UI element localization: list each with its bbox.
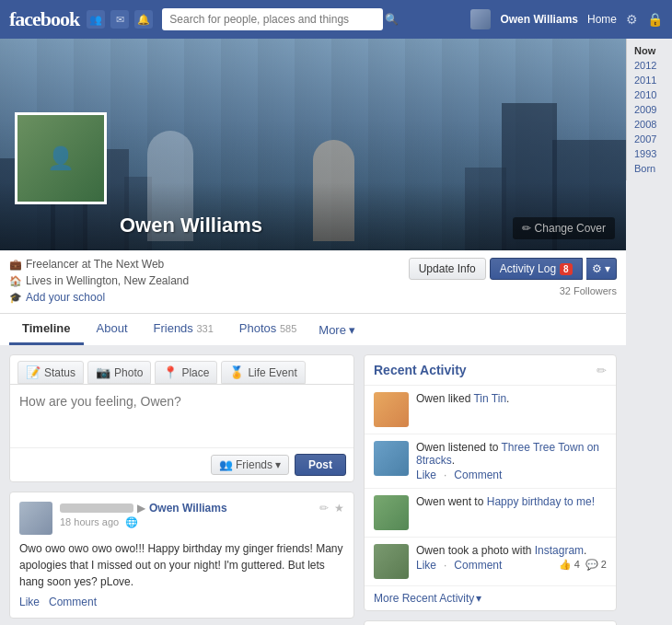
profile-school[interactable]: 🎓 Add your school <box>9 291 189 304</box>
work-icon: 💼 <box>9 259 22 271</box>
activity-4-comment-count: 💬 2 <box>585 559 607 572</box>
feed-receiver-name[interactable]: Owen Williams <box>149 502 227 515</box>
left-column: 📝 Status 📷 Photo 📍 Place 🏅 Life Event <box>9 354 354 625</box>
tab-photos[interactable]: Photos 585 <box>226 314 309 345</box>
nav-messages-icon[interactable]: ✉ <box>110 10 129 29</box>
post-box: 📝 Status 📷 Photo 📍 Place 🏅 Life Event <box>9 354 354 482</box>
post-textarea[interactable] <box>10 385 353 445</box>
activity-link-3[interactable]: Happy birthday to me! <box>487 495 595 508</box>
feed-post-star-icon[interactable]: ★ <box>334 502 344 515</box>
activity-4-comment[interactable]: Comment <box>454 559 502 572</box>
activity-text-2: Owen listened to Three Tree Town on 8tra… <box>416 441 607 481</box>
year-nav-now[interactable]: Now <box>634 43 665 58</box>
tab-about[interactable]: About <box>84 314 141 345</box>
feed-post-time: 18 hours ago 🌐 <box>60 516 227 528</box>
nav-username[interactable]: Owen Williams <box>500 13 578 26</box>
school-icon: 🎓 <box>9 292 22 304</box>
activity-4-like-count: 👍 4 <box>559 559 580 572</box>
activity-item-2: Owen listened to Three Tree Town on 8tra… <box>365 434 616 489</box>
activity-item-1: Owen liked Tin Tin. <box>365 386 616 434</box>
photo-tab-label: Photo <box>114 366 143 379</box>
more-activity-label: More Recent Activity <box>374 592 474 605</box>
tab-more[interactable]: More ▾ <box>309 316 365 344</box>
feed-post-edit-icon[interactable]: ✏ <box>319 502 329 515</box>
activity-item-4: Owen took a photo with Instagram. Like ·… <box>365 538 616 586</box>
feed-post-meta: ▶ Owen Williams 18 hours ago 🌐 <box>60 502 227 528</box>
activity-2-actions: Like · Comment <box>416 469 607 481</box>
year-nav-2009[interactable]: 2009 <box>634 102 665 117</box>
nav-lock-icon[interactable]: 🔒 <box>647 12 663 27</box>
profile-tabs: Timeline About Friends 331 Photos 585 Mo… <box>0 313 626 345</box>
post-type-tabs: 📝 Status 📷 Photo 📍 Place 🏅 Life Event <box>10 355 353 385</box>
activity-log-button[interactable]: Activity Log 8 <box>490 258 583 280</box>
cover-photo: ✏ Change Cover 👤 Owen Williams <box>0 39 626 250</box>
year-nav-2011[interactable]: 2011 <box>634 73 665 87</box>
year-nav-2012[interactable]: 2012 <box>634 58 665 73</box>
home-icon: 🏠 <box>9 275 22 287</box>
activity-4-like[interactable]: Like <box>416 559 436 572</box>
nav-icons: 👥 ✉ 🔔 <box>87 10 153 29</box>
activity-link-1[interactable]: Tin Tin <box>473 392 506 405</box>
profile-buttons: Update Info Activity Log 8 ⚙ ▾ <box>409 258 617 280</box>
place-icon: 📍 <box>163 365 178 379</box>
photo-icon: 📷 <box>96 365 110 379</box>
nav-gear-icon[interactable]: ⚙ <box>626 12 638 27</box>
activity-thumb-2 <box>374 441 409 476</box>
recent-activity-edit-icon[interactable]: ✏ <box>597 364 607 377</box>
profile-location-text: Lives in Wellington, New Zealand <box>26 274 189 287</box>
activity-thumb-3 <box>374 495 409 530</box>
feed-like-link[interactable]: Like <box>19 596 40 608</box>
post-status-tab[interactable]: 📝 Status <box>17 361 84 384</box>
year-nav-1993[interactable]: 1993 <box>634 146 665 161</box>
activity-4-actions: Like · Comment 👍 4 💬 2 <box>416 559 607 572</box>
feed-post-globe-icon: 🌐 <box>125 516 138 527</box>
activity-2-like[interactable]: Like <box>416 469 436 481</box>
post-place-tab[interactable]: 📍 Place <box>155 361 217 384</box>
tab-friends-label: Friends <box>154 321 193 335</box>
activity-thumb-1 <box>374 392 409 427</box>
feed-post-text: Owo owo owo owo owo!!! Happy birthday my… <box>19 540 344 590</box>
activity-log-gear[interactable]: ⚙ ▾ <box>586 258 617 280</box>
avatar[interactable] <box>470 9 491 29</box>
year-nav-2007[interactable]: 2007 <box>634 132 665 146</box>
search-button[interactable]: 🔍 <box>385 13 399 26</box>
profile-name: Owen Williams <box>120 210 617 237</box>
year-nav-2010[interactable]: 2010 <box>634 87 665 102</box>
friends-widget: 👥 Friends See All (331) ✏ <box>364 620 617 625</box>
activity-text-1: Owen liked Tin Tin. <box>416 392 607 405</box>
activity-thumb-4 <box>374 544 409 579</box>
feed-comment-link[interactable]: Comment <box>49 596 97 608</box>
activity-text-3: Owen went to Happy birthday to me! <box>416 495 607 508</box>
post-button[interactable]: Post <box>295 454 346 476</box>
more-recent-activity-link[interactable]: More Recent Activity ▾ <box>365 586 616 610</box>
year-nav-2008[interactable]: 2008 <box>634 117 665 132</box>
activity-badge: 8 <box>560 263 573 275</box>
activity-link-2[interactable]: Three Tree Town on 8tracks <box>416 441 599 467</box>
friends-dropdown-icon: ▾ <box>275 458 281 471</box>
nav-home-link[interactable]: Home <box>587 13 617 26</box>
activity-2-comment[interactable]: Comment <box>454 469 502 481</box>
nav-notifications-icon[interactable]: 🔔 <box>134 10 153 29</box>
feed-post-arrow: ▶ <box>137 502 145 515</box>
year-nav-born[interactable]: Born <box>634 161 665 176</box>
post-photo-tab[interactable]: 📷 Photo <box>87 361 151 384</box>
life-event-icon: 🏅 <box>229 365 244 379</box>
right-column: Recent Activity ✏ Owen liked Tin Tin. Ow… <box>364 354 617 625</box>
tab-timeline[interactable]: Timeline <box>9 314 84 345</box>
feed-post-actions: ✏ ★ <box>319 502 344 515</box>
tab-more-label: More <box>319 323 346 337</box>
profile-section-wrapper: ✏ Change Cover 👤 Owen Williams 💼 Freelan… <box>0 39 626 345</box>
friends-icon: 👥 <box>219 458 233 471</box>
post-life-event-tab[interactable]: 🏅 Life Event <box>221 361 305 384</box>
search-input[interactable] <box>162 8 383 30</box>
activity-text-4: Owen took a photo with Instagram. Like ·… <box>416 544 607 572</box>
feed-post-header: ▶ Owen Williams 18 hours ago 🌐 ✏ ★ <box>19 502 344 535</box>
audience-friends-button[interactable]: 👥 Friends ▾ <box>211 455 289 475</box>
profile-photo[interactable]: 👤 <box>15 112 107 204</box>
profile-work-text: Freelancer at The Next Web <box>26 258 164 271</box>
recent-activity-widget: Recent Activity ✏ Owen liked Tin Tin. Ow… <box>364 354 617 611</box>
nav-friends-icon[interactable]: 👥 <box>87 10 105 29</box>
update-info-button[interactable]: Update Info <box>409 258 486 280</box>
activity-link-4[interactable]: Instagram <box>535 544 584 557</box>
tab-friends[interactable]: Friends 331 <box>141 314 226 345</box>
